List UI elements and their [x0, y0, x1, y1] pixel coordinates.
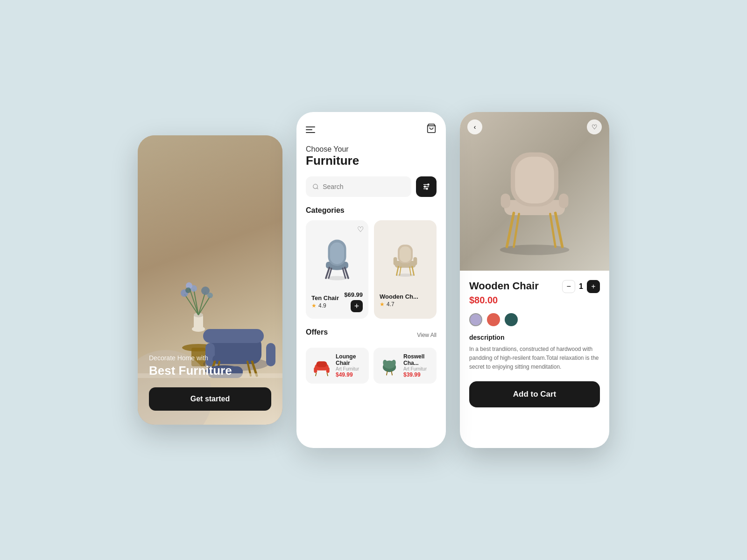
quantity-decrease[interactable]: − — [562, 280, 575, 293]
offer-card-roswell[interactable]: Roswell Cha... Art Furnitur $39.99 — [374, 348, 437, 384]
offer-name-lounge: Lounge Chair — [336, 353, 363, 366]
svg-point-46 — [396, 273, 414, 277]
rating-value-2: 4.7 — [387, 301, 395, 308]
product-detail-screen: ‹ ♡ Wooden Chair — [460, 112, 609, 448]
search-row — [306, 176, 437, 197]
offer-info-roswell: Roswell Cha... Art Furnitur $39.99 — [403, 353, 431, 378]
rating-2: ★ 4.7 — [380, 301, 431, 308]
menu-icon[interactable] — [306, 126, 315, 133]
svg-rect-41 — [330, 243, 344, 265]
search-icon — [312, 183, 319, 190]
star-icon-2: ★ — [380, 301, 385, 308]
choose-text: Choose Your — [306, 145, 437, 154]
splash-screen: Decorate Home with Best Furniture Get st… — [138, 135, 282, 425]
svg-line-76 — [514, 214, 519, 247]
svg-line-66 — [387, 371, 388, 375]
svg-rect-50 — [394, 257, 397, 265]
filter-icon — [422, 182, 430, 191]
add-to-cart-small-1[interactable]: + — [351, 300, 363, 312]
filter-button[interactable] — [416, 176, 437, 197]
svg-point-36 — [426, 188, 428, 189]
offer-image-roswell — [379, 356, 400, 376]
offer-card-lounge[interactable]: Lounge Chair Art Furnitur $49.99 — [306, 348, 369, 384]
chair-image-1 — [311, 227, 363, 287]
search-input[interactable] — [323, 183, 405, 190]
offer-name-roswell: Roswell Cha... — [403, 353, 431, 366]
rating-value-1: 4.9 — [318, 302, 326, 309]
svg-rect-57 — [317, 361, 327, 367]
wishlist-button-1[interactable]: ♡ — [357, 225, 364, 234]
splash-subtitle: Decorate Home with — [149, 354, 232, 362]
svg-rect-71 — [515, 157, 554, 203]
offer-brand-roswell: Art Furnitur — [403, 366, 431, 371]
category-name-1: Ten Chair — [311, 294, 339, 301]
category-card-wooden[interactable]: Wooden Ch... ★ 4.7 — [374, 220, 437, 319]
svg-rect-58 — [314, 367, 317, 372]
svg-line-61 — [327, 372, 328, 376]
quantity-value: 1 — [579, 282, 583, 291]
svg-line-52 — [396, 266, 398, 275]
svg-point-34 — [428, 184, 429, 185]
description-text: In a best trandiions, constructed of har… — [469, 345, 600, 372]
category-price-1: $69.99 — [344, 291, 363, 298]
color-options — [469, 313, 600, 326]
color-option-lavender[interactable] — [469, 313, 482, 326]
categories-title: Categories — [306, 206, 437, 215]
svg-line-53 — [412, 266, 414, 275]
svg-line-67 — [391, 371, 392, 375]
furniture-heading: Furniture — [306, 154, 437, 168]
card-footer-1: Ten Chair ★ 4.9 $69.99 + — [311, 291, 363, 312]
product-image-area: ‹ ♡ — [460, 112, 609, 271]
category-card-tenchair[interactable]: ♡ — [306, 220, 368, 319]
svg-line-77 — [550, 214, 555, 247]
view-all-button[interactable]: View All — [417, 332, 437, 338]
svg-point-15 — [185, 287, 191, 293]
color-option-teal[interactable] — [505, 313, 518, 326]
chair-image-2 — [380, 227, 431, 287]
svg-rect-72 — [501, 194, 510, 209]
color-option-coral[interactable] — [487, 313, 500, 326]
svg-line-7 — [198, 292, 205, 315]
description-title: description — [469, 334, 600, 341]
product-detail-area: Wooden Chair − 1 + $80.00 description In… — [460, 271, 609, 448]
quantity-control: − 1 + — [562, 280, 600, 293]
product-title-row: Wooden Chair − 1 + — [469, 280, 600, 293]
product-title: Wooden Chair — [469, 280, 539, 292]
back-button[interactable]: ‹ — [467, 119, 482, 134]
svg-line-75 — [556, 213, 563, 246]
svg-rect-51 — [413, 257, 417, 265]
offers-row: Lounge Chair Art Furnitur $49.99 — [306, 348, 437, 384]
product-price: $80.00 — [469, 295, 600, 306]
splash-text: Decorate Home with Best Furniture — [149, 354, 232, 378]
offers-header: Offers View All — [306, 328, 437, 342]
offer-price-lounge: $49.99 — [336, 371, 363, 378]
svg-rect-49 — [400, 246, 411, 262]
product-chair-svg — [474, 126, 595, 257]
star-icon-1: ★ — [311, 302, 317, 309]
quantity-increase[interactable]: + — [587, 280, 600, 293]
browse-heading: Choose Your Furniture — [306, 145, 437, 168]
rating-1: ★ 4.9 — [311, 302, 339, 309]
svg-line-8 — [198, 296, 210, 315]
category-name-2: Wooden Ch... — [380, 293, 431, 300]
svg-rect-20 — [266, 343, 275, 366]
svg-line-74 — [507, 213, 514, 246]
svg-line-60 — [316, 372, 317, 376]
categories-row: ♡ — [306, 220, 437, 319]
get-started-button[interactable]: Get started — [149, 387, 271, 411]
browse-screen: Choose Your Furniture — [296, 112, 446, 448]
svg-point-13 — [207, 293, 213, 298]
browse-header — [306, 123, 437, 136]
svg-point-35 — [424, 186, 426, 188]
offer-info-lounge: Lounge Chair Art Furnitur $49.99 — [336, 353, 363, 378]
cart-button[interactable] — [426, 123, 437, 136]
svg-point-68 — [500, 245, 570, 255]
offer-image-lounge — [311, 356, 332, 376]
svg-rect-18 — [203, 329, 264, 343]
splash-title: Best Furniture — [149, 364, 232, 378]
offer-brand-lounge: Art Furnitur — [336, 366, 363, 371]
search-box — [306, 176, 411, 197]
offers-title: Offers — [306, 328, 328, 336]
add-to-cart-button[interactable]: Add to Cart — [469, 381, 600, 407]
favorite-button[interactable]: ♡ — [587, 119, 602, 134]
